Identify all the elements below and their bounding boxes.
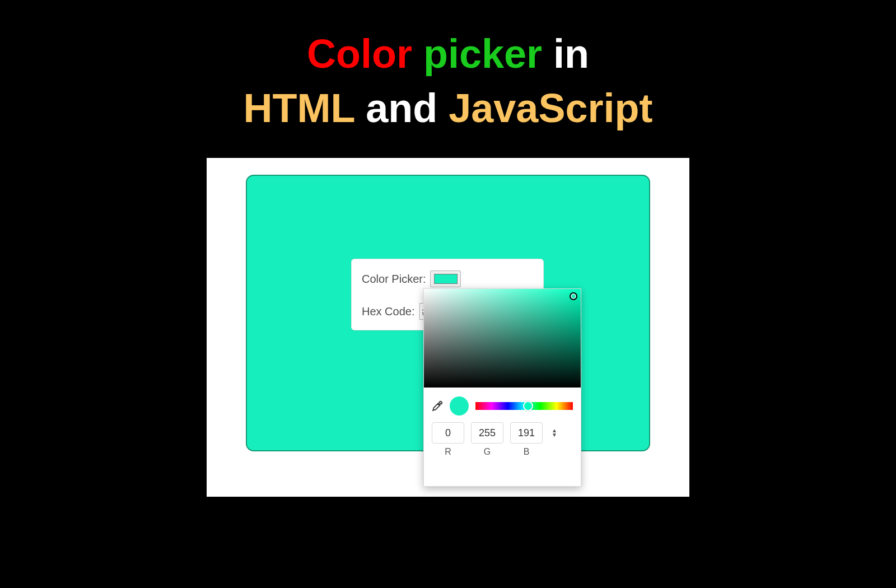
picker-toolbar: [424, 388, 581, 420]
color-picker-row: Color Picker:: [362, 270, 533, 287]
color-picker-label: Color Picker:: [362, 273, 426, 286]
rgb-r-input[interactable]: [432, 422, 464, 444]
color-picker-popup: ▲▼ R G B: [423, 288, 581, 487]
rgb-r-label: R: [432, 447, 464, 457]
color-input-swatch: [434, 274, 458, 284]
hue-slider[interactable]: [475, 402, 573, 410]
title-word-2: picker: [423, 31, 542, 76]
title-word-3: in: [553, 31, 589, 76]
eyedropper-icon[interactable]: [432, 400, 443, 412]
color-input-button[interactable]: [430, 270, 461, 287]
title-word-1: Color: [307, 31, 412, 76]
rgb-g-input[interactable]: [471, 422, 503, 444]
format-stepper-icon[interactable]: ▲▼: [549, 426, 559, 440]
rgb-labels: R G B: [424, 444, 581, 461]
preview-canvas: Color Picker: Hex Code:: [207, 158, 689, 497]
title-word-6: JavaScript: [449, 86, 652, 130]
sv-cursor[interactable]: [570, 292, 577, 300]
title-word-4: HTML: [244, 86, 355, 130]
rgb-inputs: ▲▼: [424, 420, 581, 444]
saturation-value-area[interactable]: [424, 289, 581, 388]
hue-cursor[interactable]: [523, 401, 533, 411]
page-title: Color picker in HTML and JavaScript: [0, 0, 896, 136]
rgb-g-label: G: [471, 447, 503, 457]
current-color-swatch: [450, 396, 469, 416]
rgb-b-label: B: [510, 447, 543, 457]
hex-code-label: Hex Code:: [362, 305, 415, 318]
rgb-b-input[interactable]: [510, 422, 543, 444]
title-word-5: and: [366, 86, 437, 130]
